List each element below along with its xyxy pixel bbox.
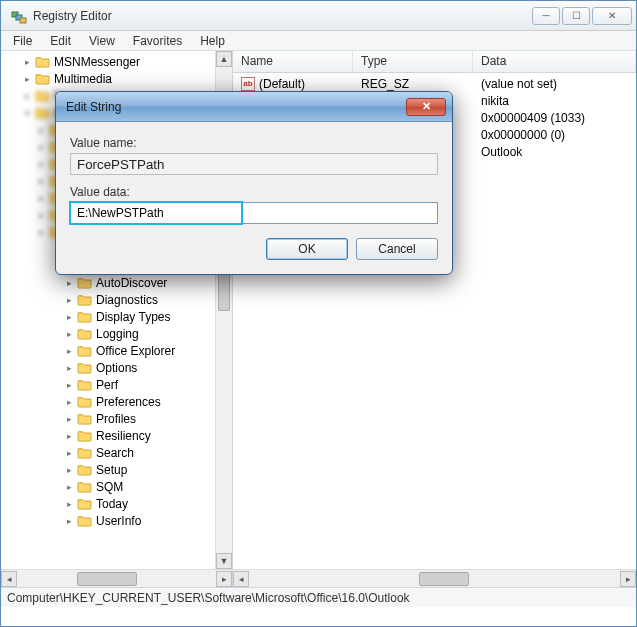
tree-node[interactable]: ▸Preferences	[3, 393, 232, 410]
tree-node[interactable]: ▸Profiles	[3, 410, 232, 427]
expand-toggle-icon[interactable]: ▸	[63, 515, 75, 527]
tree-node-label: Resiliency	[96, 429, 151, 443]
value-name-field	[70, 153, 438, 175]
expand-toggle-icon[interactable]: ▸	[35, 192, 47, 204]
menu-favorites[interactable]: Favorites	[125, 32, 190, 50]
folder-icon	[77, 497, 92, 510]
string-value-icon: ab	[241, 77, 255, 91]
expand-toggle-icon[interactable]: ▸	[63, 447, 75, 459]
tree-node[interactable]: ▸Multimedia	[3, 70, 232, 87]
tree-node[interactable]: ▸Search	[3, 444, 232, 461]
ok-button[interactable]: OK	[266, 238, 348, 260]
tree-node[interactable]: ▸UserInfo	[3, 512, 232, 529]
app-icon	[11, 8, 27, 24]
tree-node-label: Perf	[96, 378, 118, 392]
scroll-thumb-h[interactable]	[419, 572, 469, 586]
tree-node[interactable]: ▸Today	[3, 495, 232, 512]
tree-node[interactable]: ▸Options	[3, 359, 232, 376]
value-name-label: Value name:	[70, 136, 438, 150]
tree-node-label: Profiles	[96, 412, 136, 426]
expand-toggle-icon[interactable]: ▸	[63, 345, 75, 357]
expand-toggle-icon[interactable]: ▸	[63, 379, 75, 391]
scroll-thumb-h[interactable]	[77, 572, 137, 586]
tree-node-label: SQM	[96, 480, 123, 494]
maximize-button[interactable]: ☐	[562, 7, 590, 25]
expand-toggle-icon[interactable]: ▸	[63, 277, 75, 289]
tree-node[interactable]: ▸Resiliency	[3, 427, 232, 444]
menubar: File Edit View Favorites Help	[1, 31, 636, 51]
tree-node-label: UserInfo	[96, 514, 141, 528]
expand-toggle-icon[interactable]: ▸	[63, 498, 75, 510]
folder-icon	[77, 378, 92, 391]
list-row[interactable]: ab(Default)REG_SZ(value not set)	[233, 75, 636, 92]
tree-node[interactable]: ▸Diagnostics	[3, 291, 232, 308]
folder-icon	[77, 327, 92, 340]
tree-node[interactable]: ▸Logging	[3, 325, 232, 342]
expand-toggle-icon[interactable]: ▸	[63, 430, 75, 442]
expand-toggle-icon[interactable]: ▸	[63, 311, 75, 323]
list-horizontal-scrollbar[interactable]: ◂ ▸	[233, 569, 636, 587]
column-header-type[interactable]: Type	[353, 51, 473, 72]
column-header-name[interactable]: Name	[233, 51, 353, 72]
scroll-right-icon[interactable]: ▸	[620, 571, 636, 587]
expand-toggle-icon[interactable]: ▸	[35, 158, 47, 170]
menu-edit[interactable]: Edit	[42, 32, 79, 50]
column-header-data[interactable]: Data	[473, 51, 636, 72]
svg-rect-2	[20, 18, 26, 23]
titlebar: Registry Editor ─ ☐ ✕	[1, 1, 636, 31]
expand-toggle-icon[interactable]: ▸	[35, 124, 47, 136]
value-data-label: Value data:	[70, 185, 438, 199]
scroll-right-icon[interactable]: ▸	[216, 571, 232, 587]
expand-toggle-icon[interactable]: ▸	[35, 175, 47, 187]
folder-icon	[77, 344, 92, 357]
minimize-button[interactable]: ─	[532, 7, 560, 25]
expand-toggle-icon[interactable]: ▸	[63, 481, 75, 493]
expand-toggle-icon[interactable]: ▸	[63, 328, 75, 340]
tree-node[interactable]: ▸Setup	[3, 461, 232, 478]
expand-toggle-icon[interactable]: ▸	[63, 362, 75, 374]
tree-horizontal-scrollbar[interactable]: ◂ ▸	[1, 569, 232, 587]
folder-icon	[77, 463, 92, 476]
scroll-left-icon[interactable]: ◂	[233, 571, 249, 587]
scroll-left-icon[interactable]: ◂	[1, 571, 17, 587]
close-button[interactable]: ✕	[592, 7, 632, 25]
scroll-down-icon[interactable]: ▼	[216, 553, 232, 569]
cancel-button[interactable]: Cancel	[356, 238, 438, 260]
tree-node-label: MSNMessenger	[54, 55, 140, 69]
tree-node-label: Today	[96, 497, 128, 511]
list-header: Name Type Data	[233, 51, 636, 73]
tree-node[interactable]: ▸SQM	[3, 478, 232, 495]
expand-toggle-icon[interactable]: ▾	[21, 107, 33, 119]
tree-node[interactable]: ▸Perf	[3, 376, 232, 393]
folder-icon	[35, 106, 50, 119]
tree-node[interactable]: ▸Display Types	[3, 308, 232, 325]
folder-icon	[77, 276, 92, 289]
expand-toggle-icon[interactable]: ▸	[21, 73, 33, 85]
expand-toggle-icon[interactable]: ▸	[63, 413, 75, 425]
menu-file[interactable]: File	[5, 32, 40, 50]
cell-name: ab(Default)	[233, 77, 353, 91]
expand-toggle-icon[interactable]: ▸	[21, 56, 33, 68]
expand-toggle-icon[interactable]: ▸	[63, 294, 75, 306]
tree-node[interactable]: ▸AutoDiscover	[3, 274, 232, 291]
tree-node-label: Preferences	[96, 395, 161, 409]
tree-node[interactable]: ▸MSNMessenger	[3, 53, 232, 70]
expand-toggle-icon[interactable]: ▸	[21, 90, 33, 102]
scroll-up-icon[interactable]: ▲	[216, 51, 232, 67]
tree-node[interactable]: ▸Office Explorer	[3, 342, 232, 359]
expand-toggle-icon[interactable]: ▸	[35, 226, 47, 238]
folder-icon	[77, 310, 92, 323]
edit-string-dialog: Edit String ✕ Value name: Value data: OK…	[55, 91, 453, 275]
expand-toggle-icon[interactable]: ▸	[63, 396, 75, 408]
dialog-titlebar[interactable]: Edit String ✕	[56, 92, 452, 122]
dialog-close-button[interactable]: ✕	[406, 98, 446, 116]
value-data-field[interactable]	[70, 202, 438, 224]
expand-toggle-icon[interactable]: ▸	[63, 464, 75, 476]
menu-help[interactable]: Help	[192, 32, 233, 50]
folder-icon	[77, 480, 92, 493]
menu-view[interactable]: View	[81, 32, 123, 50]
expand-toggle-icon[interactable]: ▸	[35, 209, 47, 221]
tree-node-label: Setup	[96, 463, 127, 477]
statusbar: Computer\HKEY_CURRENT_USER\Software\Micr…	[1, 587, 636, 607]
expand-toggle-icon[interactable]: ▸	[35, 141, 47, 153]
